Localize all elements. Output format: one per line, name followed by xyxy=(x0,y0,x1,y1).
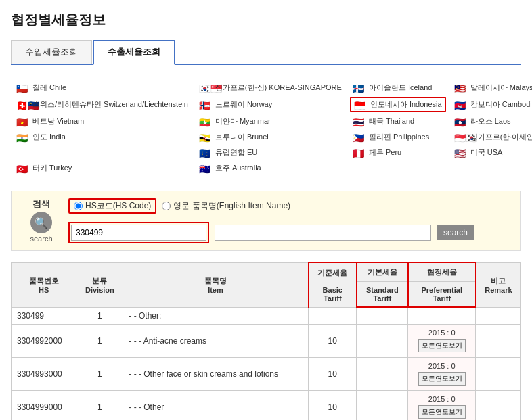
country-laos[interactable]: 🇱🇦 라오스 Laos xyxy=(451,115,532,128)
malaysia-label: 말레이시아 Malaysia xyxy=(470,83,532,93)
country-iceland[interactable]: 🇮🇸 아이슬란드 Iceland xyxy=(350,81,446,94)
search-button[interactable]: search xyxy=(437,225,474,240)
country-peru[interactable]: 🇵🇪 페루 Peru xyxy=(350,146,446,159)
myanmar-label: 미얀마 Myanmar xyxy=(215,116,271,126)
text-search-input[interactable] xyxy=(215,225,431,241)
laos-flag: 🇱🇦 xyxy=(454,117,468,126)
country-thailand[interactable]: 🇹🇭 태국 Thailand xyxy=(350,115,446,128)
vietnam-flag: 🇻🇳 xyxy=(16,117,30,126)
country-myanmar[interactable]: 🇲🇲 미얀마 Myanmar xyxy=(196,115,345,128)
cell-hs: 330499 xyxy=(12,307,76,324)
cell-hs: 3304992000 xyxy=(12,324,76,357)
country-philippines[interactable]: 🇵🇭 필리핀 Philippines xyxy=(350,131,446,143)
hs-code-option[interactable]: HS코드(HS Code) xyxy=(68,198,156,214)
countries-grid: 🇨🇱 칠레 Chile 🇰🇷🇸🇬 싱가포르(한·싱) KOREA-SINGAPO… xyxy=(11,76,521,180)
cell-division: 1 xyxy=(76,324,123,357)
country-turkey[interactable]: 🇹🇷 터키 Turkey xyxy=(14,162,191,174)
th-standard-en: StandardTariff xyxy=(357,282,408,308)
country-chile[interactable]: 🇨🇱 칠레 Chile xyxy=(14,81,191,94)
country-korea-singapore[interactable]: 🇰🇷🇸🇬 싱가포르(한·싱) KOREA-SINGAPORE xyxy=(196,81,345,94)
th-remark: 비고Remark xyxy=(476,262,521,307)
cell-basic xyxy=(309,307,357,324)
tab-export[interactable]: 수출세율조회 xyxy=(93,40,175,65)
tab-import[interactable]: 수입세율조회 xyxy=(11,40,92,64)
cell-preferential: 2015 : 0 모든연도보기 xyxy=(408,324,476,357)
country-cambodia[interactable]: 🇰🇭 캄보디아 Cambodia xyxy=(451,97,532,112)
page-title: 협정별세율정보 xyxy=(11,11,521,29)
search-ko-label: 검색 xyxy=(32,198,50,210)
cell-remark xyxy=(476,324,521,357)
cell-preferential: 2015 : 0 모든연도보기 xyxy=(408,357,476,390)
cell-remark xyxy=(476,307,521,324)
peru-label: 페루 Peru xyxy=(369,147,401,158)
cell-division: 1 xyxy=(76,357,123,390)
cambodia-label: 캄보디아 Cambodia xyxy=(470,99,532,110)
search-input-wrap: search xyxy=(68,222,474,243)
norway-label: 노르웨이 Norway xyxy=(215,99,272,110)
norway-flag: 🇳🇴 xyxy=(199,100,213,109)
brunei-label: 브루나이 Brunei xyxy=(215,132,269,142)
search-box: 검색 🔍 search HS코드(HS Code) 영문 품목명(English… xyxy=(11,191,521,251)
switzerland-flag: 🇨🇭🇱🇮 xyxy=(16,100,30,109)
country-norway[interactable]: 🇳🇴 노르웨이 Norway xyxy=(196,97,345,112)
country-usa[interactable]: 🇺🇸 미국 USA xyxy=(451,146,532,159)
peru-flag: 🇵🇪 xyxy=(353,148,366,157)
cell-item: - - - Anti-acne creams xyxy=(123,324,309,357)
hs-code-radio[interactable] xyxy=(74,202,83,210)
cell-item: - - - Other face or skin creams and loti… xyxy=(123,357,309,390)
country-australia[interactable]: 🇦🇺 호주 Australia xyxy=(196,162,345,174)
view-all-years-button[interactable]: 모든연도보기 xyxy=(418,339,466,352)
singapore-asean-label: 싱가포르(한·아세안) Singapore(KOREA-ASEAN) xyxy=(470,132,532,142)
country-vietnam[interactable]: 🇻🇳 베트남 Vietnam xyxy=(14,115,191,128)
chile-label: 칠레 Chile xyxy=(32,83,66,93)
cell-division: 1 xyxy=(76,307,123,324)
cell-basic: 10 xyxy=(309,324,357,357)
year-info: 2015 : 0 xyxy=(428,329,456,337)
country-switzerland[interactable]: 🇨🇭🇱🇮 스위스/리히텐슈타인 Switzerland/Liechtenstei… xyxy=(14,97,191,112)
country-singapore-asean[interactable]: 🇸🇬🇰🇷 싱가포르(한·아세안) Singapore(KOREA-ASEAN) xyxy=(451,131,532,143)
country-malaysia[interactable]: 🇲🇾 말레이시아 Malaysia xyxy=(451,81,532,94)
hs-code-input[interactable] xyxy=(71,225,206,241)
th-hs: 품목번호HS xyxy=(12,262,76,307)
iceland-label: 아이슬란드 Iceland xyxy=(369,83,433,93)
tab-bar: 수입세율조회 수출세율조회 xyxy=(11,40,521,65)
korea-singapore-flag: 🇰🇷🇸🇬 xyxy=(199,83,213,92)
country-eu[interactable]: 🇪🇺 유럽연합 EU xyxy=(196,146,345,159)
th-preferential-en: PreferentialTariff xyxy=(408,282,476,308)
country-brunei[interactable]: 🇧🇳 브루나이 Brunei xyxy=(196,131,345,143)
cell-basic: 10 xyxy=(309,390,357,420)
year-info: 2015 : 0 xyxy=(428,395,456,403)
switzerland-label: 스위스/리히텐슈타인 Switzerland/Liechtenstein xyxy=(32,99,188,110)
indonesia-label: 인도네시아 Indonesia xyxy=(370,99,442,110)
table-row: 3304992000 1 - - - Anti-acne creams 10 2… xyxy=(12,324,521,357)
name-option[interactable]: 영문 품목명(English Item Name) xyxy=(162,200,290,212)
eu-flag: 🇪🇺 xyxy=(199,148,213,157)
australia-flag: 🇦🇺 xyxy=(199,164,213,172)
country-india[interactable]: 🇮🇳 인도 India xyxy=(14,131,191,143)
cell-preferential xyxy=(408,307,476,324)
search-en-label: search xyxy=(30,235,52,243)
thailand-flag: 🇹🇭 xyxy=(353,117,366,126)
th-preferential: 협정세율 xyxy=(408,262,476,282)
view-all-years-button[interactable]: 모든연도보기 xyxy=(418,372,466,386)
name-radio[interactable] xyxy=(162,202,171,210)
singapore-asean-flag: 🇸🇬🇰🇷 xyxy=(454,133,468,141)
cell-remark xyxy=(476,357,521,390)
country-indonesia[interactable]: 🇮🇩 인도네시아 Indonesia xyxy=(350,97,446,112)
eu-label: 유럽연합 EU xyxy=(215,147,257,158)
cell-standard xyxy=(357,307,408,324)
cell-standard xyxy=(357,357,408,390)
cell-item: - - - Other xyxy=(123,390,309,420)
cell-standard xyxy=(357,324,408,357)
name-label: 영문 품목명(English Item Name) xyxy=(173,200,290,212)
hs-input-wrap xyxy=(68,222,209,243)
chile-flag: 🇨🇱 xyxy=(16,83,30,92)
cell-hs: 3304993000 xyxy=(12,357,76,390)
thailand-label: 태국 Thailand xyxy=(369,116,414,126)
th-basic: 기준세율BasicTariff xyxy=(309,262,357,307)
philippines-label: 필리핀 Philippines xyxy=(369,132,429,142)
view-all-years-button[interactable]: 모든연도보기 xyxy=(418,405,466,419)
hs-code-label: HS코드(HS Code) xyxy=(85,200,151,212)
search-area: 검색 🔍 search HS코드(HS Code) 영문 품목명(English… xyxy=(21,198,474,243)
laos-label: 라오스 Laos xyxy=(470,116,511,126)
